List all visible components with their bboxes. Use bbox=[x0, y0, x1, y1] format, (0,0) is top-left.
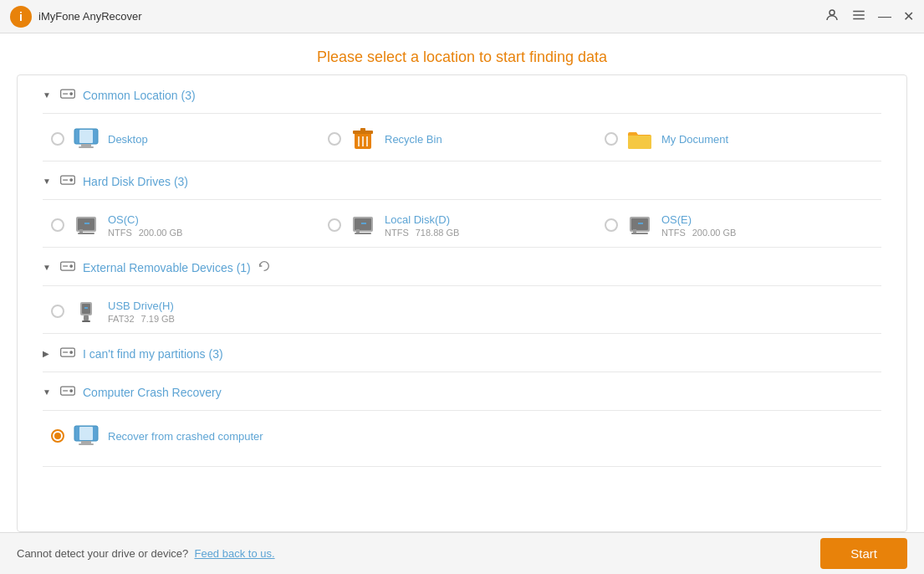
usb-radio[interactable] bbox=[51, 305, 64, 318]
svg-point-44 bbox=[70, 351, 73, 354]
osc-item[interactable]: OS(C) NTFS 200.00 GB bbox=[51, 212, 328, 238]
crashed-name: Recover from crashed computer bbox=[108, 430, 263, 443]
account-icon[interactable] bbox=[824, 8, 840, 26]
crash-section-icon bbox=[59, 382, 76, 402]
ose-icon bbox=[626, 212, 653, 238]
crash-label: Computer Crash Recovery bbox=[83, 386, 222, 399]
osc-fs: NTFS bbox=[108, 228, 132, 238]
minimize-icon[interactable]: — bbox=[878, 9, 891, 24]
usb-size: 7.19 GB bbox=[141, 314, 175, 324]
osc-info: OS(C) NTFS 200.00 GB bbox=[108, 213, 182, 238]
folder-icon bbox=[626, 126, 653, 152]
svg-rect-28 bbox=[355, 233, 371, 234]
recycle-radio[interactable] bbox=[328, 132, 341, 146]
svg-rect-50 bbox=[79, 427, 93, 440]
hdd-section-icon2 bbox=[59, 172, 76, 191]
osc-icon bbox=[73, 212, 100, 238]
svg-rect-34 bbox=[638, 223, 643, 224]
desktop-item[interactable]: Desktop bbox=[51, 126, 328, 152]
section-hard-disk[interactable]: ▼ Hard Disk Drives (3) bbox=[43, 161, 881, 200]
locald-fs: NTFS bbox=[385, 228, 409, 238]
arrow-hdd: ▼ bbox=[43, 177, 53, 186]
svg-rect-24 bbox=[84, 223, 89, 224]
ose-radio[interactable] bbox=[605, 218, 618, 232]
location-list: ▼ Common Location (3) bbox=[17, 74, 907, 532]
section-common-location[interactable]: ▼ Common Location (3) bbox=[43, 75, 881, 114]
footer-text: Cannot detect your drive or device? Feed… bbox=[17, 547, 820, 560]
main-content: Please select a location to start findin… bbox=[0, 33, 924, 532]
svg-rect-23 bbox=[78, 233, 94, 234]
svg-rect-40 bbox=[84, 315, 89, 320]
arrow-partitions: ▶ bbox=[43, 349, 53, 358]
section-external[interactable]: ▼ External Removable Devices (1) bbox=[43, 248, 881, 286]
svg-rect-13 bbox=[360, 128, 365, 131]
external-items: USB Drive(H) FAT32 7.19 GB bbox=[43, 286, 881, 334]
section-crash-recovery[interactable]: ▼ Computer Crash Recovery bbox=[43, 372, 881, 411]
recycle-bin-item[interactable]: Recycle Bin bbox=[328, 126, 605, 152]
hdd-label: Hard Disk Drives (3) bbox=[83, 175, 188, 188]
crashed-info: Recover from crashed computer bbox=[108, 430, 263, 443]
common-location-items: Desktop Recycle Bin bbox=[43, 114, 881, 161]
svg-rect-41 bbox=[82, 320, 90, 322]
desktop-info: Desktop bbox=[108, 133, 148, 146]
svg-point-47 bbox=[70, 390, 73, 392]
crashed-radio[interactable] bbox=[51, 429, 64, 443]
svg-point-36 bbox=[70, 265, 73, 268]
locald-size: 718.88 GB bbox=[416, 228, 460, 238]
recycle-info: Recycle Bin bbox=[385, 133, 442, 146]
feedback-link[interactable]: Feed back to us. bbox=[194, 547, 274, 560]
menu-icon[interactable] bbox=[851, 8, 866, 26]
mydoc-info: My Document bbox=[661, 133, 728, 146]
ose-name: OS(E) bbox=[661, 213, 736, 226]
svg-rect-8 bbox=[79, 130, 93, 143]
desktop-name: Desktop bbox=[108, 133, 148, 146]
start-button[interactable]: Start bbox=[820, 538, 907, 569]
ose-size: 200.00 GB bbox=[692, 228, 737, 238]
osc-size: 200.00 GB bbox=[139, 228, 183, 238]
locald-radio[interactable] bbox=[328, 218, 341, 232]
svg-rect-51 bbox=[81, 441, 91, 443]
external-label: External Removable Devices (1) bbox=[83, 261, 251, 274]
svg-point-18 bbox=[70, 179, 73, 182]
recycle-name: Recycle Bin bbox=[385, 133, 442, 146]
page-heading: Please select a location to start findin… bbox=[0, 33, 924, 74]
svg-rect-42 bbox=[84, 307, 88, 309]
usb-icon bbox=[73, 298, 100, 325]
hdd-items: OS(C) NTFS 200.00 GB bbox=[43, 200, 881, 248]
ose-info: OS(E) NTFS 200.00 GB bbox=[661, 213, 736, 238]
crashed-icon bbox=[73, 423, 100, 449]
footer-static-text: Cannot detect your drive or device? bbox=[17, 547, 188, 560]
svg-rect-32 bbox=[633, 229, 636, 233]
arrow-crash: ▼ bbox=[43, 387, 53, 397]
common-location-label: Common Location (3) bbox=[83, 89, 196, 102]
svg-rect-22 bbox=[79, 229, 83, 233]
app-title: iMyFone AnyRecover bbox=[38, 10, 824, 23]
locald-icon bbox=[350, 212, 376, 238]
svg-rect-29 bbox=[361, 223, 366, 224]
svg-rect-52 bbox=[79, 443, 94, 445]
titlebar: i iMyFone AnyRecover — ✕ bbox=[0, 0, 924, 33]
close-icon[interactable]: ✕ bbox=[903, 8, 914, 24]
mydoc-name: My Document bbox=[661, 133, 728, 146]
section-partitions[interactable]: ▶ I can't find my partitions (3) bbox=[43, 334, 881, 372]
arrow-external: ▼ bbox=[43, 263, 53, 272]
desktop-radio[interactable] bbox=[51, 132, 64, 146]
locald-name: Local Disk(D) bbox=[385, 213, 459, 226]
partitions-section-icon bbox=[59, 344, 76, 363]
svg-rect-33 bbox=[631, 233, 648, 234]
locald-info: Local Disk(D) NTFS 718.88 GB bbox=[385, 213, 459, 238]
svg-rect-27 bbox=[356, 229, 360, 233]
ose-item[interactable]: OS(E) NTFS 200.00 GB bbox=[605, 212, 881, 238]
mydoc-radio[interactable] bbox=[605, 132, 618, 146]
svg-point-0 bbox=[830, 10, 835, 15]
osc-name: OS(C) bbox=[108, 213, 182, 226]
osc-radio[interactable] bbox=[51, 218, 64, 232]
mydoc-item[interactable]: My Document bbox=[605, 126, 881, 152]
recycle-icon bbox=[350, 126, 376, 152]
locald-item[interactable]: Local Disk(D) NTFS 718.88 GB bbox=[328, 212, 605, 238]
refresh-icon[interactable] bbox=[258, 259, 271, 275]
svg-point-5 bbox=[70, 93, 73, 95]
usb-fs: FAT32 bbox=[108, 314, 135, 324]
ext-section-icon bbox=[59, 258, 76, 277]
crash-items: Recover from crashed computer bbox=[43, 411, 881, 467]
